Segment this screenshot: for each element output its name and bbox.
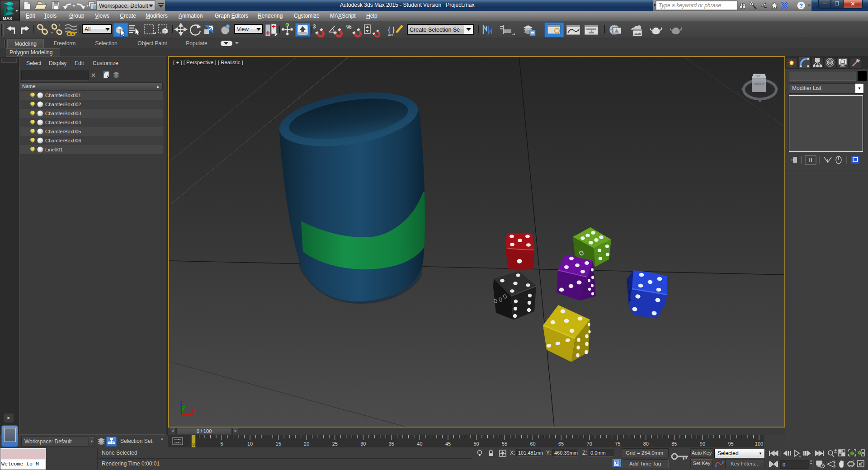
svg-text:60: 60 bbox=[530, 441, 535, 446]
svg-text:W: W bbox=[741, 88, 745, 91]
svg-text:75: 75 bbox=[615, 441, 620, 446]
svg-text:View: View bbox=[237, 26, 249, 33]
svg-text:ABC: ABC bbox=[388, 33, 394, 37]
svg-text:%: % bbox=[346, 24, 352, 30]
svg-text:40: 40 bbox=[417, 441, 422, 446]
svg-text:10: 10 bbox=[247, 441, 253, 446]
svg-text:90: 90 bbox=[700, 441, 705, 446]
svg-text:[ + ] [ Perspective ] [ Realis: [ + ] [ Perspective ] [ Realistic ] bbox=[173, 60, 243, 65]
svg-text:TOP: TOP bbox=[755, 75, 761, 77]
svg-text:30: 30 bbox=[360, 441, 366, 446]
svg-text:100: 100 bbox=[755, 441, 763, 446]
svg-text:?: ? bbox=[799, 2, 803, 9]
svg-text:50: 50 bbox=[473, 441, 479, 446]
svg-text:MAX: MAX bbox=[3, 16, 13, 21]
svg-text:All: All bbox=[85, 26, 90, 33]
svg-text:80: 80 bbox=[643, 441, 649, 446]
svg-text:✦: ✦ bbox=[51, 31, 53, 34]
svg-text:65: 65 bbox=[558, 441, 564, 446]
svg-text:Type a keyword or phrase: Type a keyword or phrase bbox=[659, 2, 721, 9]
svg-text:X: X bbox=[192, 409, 195, 415]
svg-text:✦: ✦ bbox=[58, 24, 61, 27]
svg-text:70: 70 bbox=[587, 441, 592, 446]
svg-text:15: 15 bbox=[276, 441, 281, 446]
svg-text:5: 5 bbox=[220, 441, 223, 446]
svg-text:0: 0 bbox=[192, 442, 194, 446]
svg-text:{ }: { } bbox=[388, 26, 395, 33]
svg-text:20: 20 bbox=[304, 441, 309, 446]
svg-text:45: 45 bbox=[445, 441, 451, 446]
svg-text:95: 95 bbox=[728, 441, 733, 446]
svg-text:y: y bbox=[182, 404, 185, 410]
svg-text:FRONT: FRONT bbox=[754, 83, 764, 86]
svg-text:Workspace: Default: Workspace: Default bbox=[99, 3, 148, 9]
svg-text:55: 55 bbox=[502, 441, 507, 446]
svg-text:85: 85 bbox=[671, 441, 677, 446]
svg-text:25: 25 bbox=[332, 441, 338, 446]
svg-text:35: 35 bbox=[389, 441, 394, 446]
svg-text:0: 0 bbox=[783, 462, 785, 467]
svg-text:E: E bbox=[776, 88, 778, 91]
svg-text:Create Selection Se: Create Selection Se bbox=[410, 27, 460, 33]
svg-text:3: 3 bbox=[313, 24, 316, 30]
